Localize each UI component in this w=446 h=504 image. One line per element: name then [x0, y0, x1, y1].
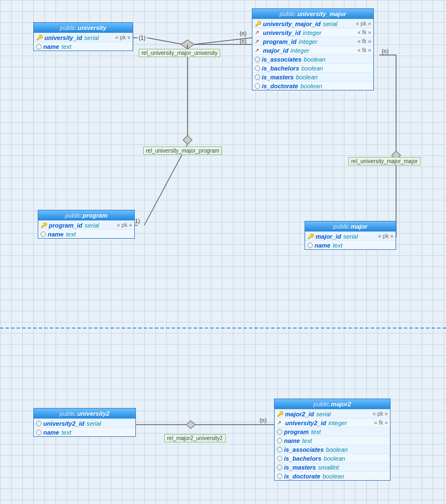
circle-icon	[255, 65, 260, 71]
rel-label-major2-university2: rel_major2_university2	[164, 434, 226, 442]
circle-icon	[277, 473, 282, 479]
table-row: is_associates boolean	[252, 54, 373, 63]
rel-label-university-major-university: rel_university_major_university	[139, 49, 220, 57]
circle-icon	[277, 447, 282, 452]
col-type: serial	[84, 34, 99, 41]
key-icon: 🔑	[255, 21, 261, 27]
circle-icon	[255, 83, 260, 89]
fk-icon: ↗	[255, 47, 261, 54]
key-icon: 🔑	[40, 222, 47, 229]
table-program: public.program 🔑 program_id serial « pk …	[38, 210, 135, 239]
key-icon: 🔑	[36, 34, 43, 41]
svg-text:(n): (n)	[382, 48, 388, 54]
table-name-label: university	[78, 24, 107, 31]
table-row: ↗ university_id integer « fk »	[252, 28, 373, 37]
table-university2-header: public.university2	[34, 409, 135, 419]
circle-icon	[36, 421, 42, 426]
table-row: name text	[275, 436, 390, 445]
table-university-major: public.university_major 🔑 university_maj…	[252, 8, 374, 90]
svg-line-2	[147, 38, 183, 44]
svg-marker-23	[186, 421, 195, 429]
table-university-major-header: public.university_major	[252, 9, 373, 19]
rel-label-university-major-program: rel_university_major_program	[143, 147, 222, 155]
circle-icon	[36, 44, 42, 49]
fk-icon: ↗	[255, 29, 261, 36]
svg-line-17	[144, 144, 187, 225]
table-row: is_bachelors boolean	[275, 453, 390, 462]
schema-label: public.	[60, 24, 78, 31]
fk-icon: ↗	[277, 420, 283, 426]
key-icon: 🔑	[277, 411, 283, 417]
rel-label-university-major-major: rel_university_major_major	[348, 157, 420, 165]
table-row: 🔑 program_id serial « pk »	[38, 220, 134, 229]
table-major-header: public.major	[305, 221, 396, 231]
table-row: 🔑 university_id serial « pk »	[34, 33, 133, 42]
table-row: university2_id serial	[34, 419, 135, 427]
table-university-header: public.university	[34, 23, 133, 33]
col-type: text	[62, 43, 72, 50]
table-row: is_bachelors boolean	[252, 63, 373, 72]
circle-icon	[40, 231, 46, 237]
table-row: 🔑 major_id serial « pk »	[305, 231, 396, 240]
table-row: name text	[34, 427, 135, 436]
fk-icon: ↗	[255, 38, 261, 45]
schema-divider	[0, 327, 446, 329]
table-row: ↗ major_id integer « fk »	[252, 46, 373, 54]
circle-icon	[255, 57, 260, 62]
table-university: public.university 🔑 university_id serial…	[33, 22, 133, 51]
table-program-header: public.program	[38, 210, 134, 220]
table-row: program text	[275, 427, 390, 436]
svg-text:(n): (n)	[240, 38, 246, 44]
svg-marker-18	[183, 135, 192, 144]
table-major2-header: public.major2	[275, 399, 390, 409]
table-row: ↗ university2_id integer « fk »	[275, 418, 390, 427]
circle-icon	[277, 465, 282, 470]
svg-text:(1): (1)	[139, 35, 145, 41]
table-row: name text	[305, 240, 396, 249]
col-constraint: « pk »	[115, 34, 130, 41]
circle-icon	[255, 74, 260, 80]
col-name: university_id	[44, 34, 82, 41]
circle-icon	[277, 456, 282, 461]
table-major: public.major 🔑 major_id serial « pk » na…	[305, 221, 396, 250]
svg-marker-3	[181, 40, 194, 49]
circle-icon	[277, 438, 282, 443]
circle-icon	[36, 430, 42, 435]
svg-text:(n): (n)	[260, 417, 266, 424]
table-university2: public.university2 university2_id serial…	[33, 408, 136, 437]
table-row: 🔑 university_major_id serial « pk »	[252, 19, 373, 28]
col-name: name	[43, 43, 59, 50]
table-row: is_doctorate boolean	[275, 471, 390, 480]
table-row: ↗ program_id integer « fk »	[252, 37, 373, 46]
circle-icon	[277, 429, 282, 435]
table-row: 🔑 major2_id serial « pk »	[275, 409, 390, 418]
table-row: name text	[34, 42, 133, 51]
svg-text:(n): (n)	[240, 31, 246, 37]
table-major2: public.major2 🔑 major2_id serial « pk » …	[274, 399, 391, 481]
table-row: is_doctorate boolean	[252, 81, 373, 90]
table-row: is_associates boolean	[275, 445, 390, 453]
table-row: is_masters smallint	[275, 462, 390, 471]
key-icon: 🔑	[307, 233, 314, 240]
circle-icon	[307, 243, 313, 248]
svg-line-4	[194, 38, 252, 44]
table-row: name text	[38, 229, 134, 238]
table-row: is_masters boolean	[252, 72, 373, 81]
